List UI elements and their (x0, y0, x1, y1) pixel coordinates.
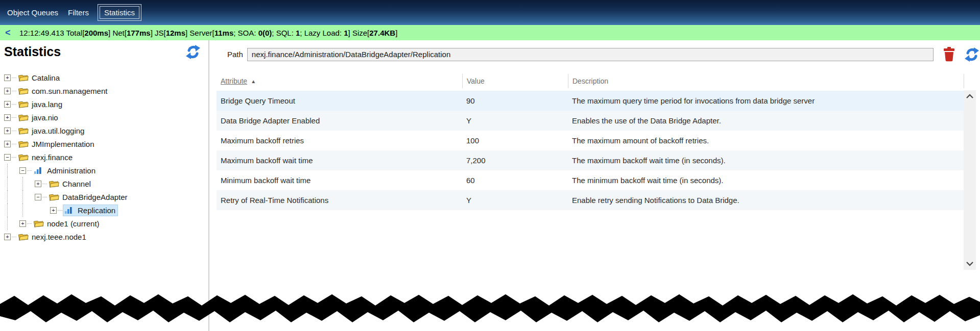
expand-icon[interactable]: + (4, 141, 11, 147)
tree-item-databridgeadapter[interactable]: −DataBridgeAdapter (0, 190, 208, 203)
tree-entry[interactable]: java.nio (17, 112, 60, 123)
expand-icon[interactable]: + (4, 74, 11, 81)
tree-entry[interactable]: com.sun.management (17, 86, 109, 96)
description-cell: Enable retry sending Notifications to Da… (568, 196, 964, 205)
expand-icon[interactable]: + (19, 220, 26, 227)
request-timing-text: 12:12:49.413 Total[200ms] Net[177ms] JS[… (19, 29, 397, 37)
tree-connector (42, 197, 47, 197)
column-header-description[interactable]: Description (568, 74, 964, 88)
value-cell: 100 (462, 136, 568, 145)
tab-filters[interactable]: Filters (67, 4, 90, 21)
table-row[interactable]: Bridge Query Timeout90The maximum query … (217, 91, 964, 111)
status-segment: 200ms (84, 29, 108, 37)
tree-selection[interactable]: Replication (63, 205, 117, 216)
bar-chart-icon (34, 166, 44, 174)
tree-connector (58, 210, 62, 211)
value-cell: 7,200 (462, 156, 568, 165)
table-row[interactable]: Data Bridge Adapter EnabledYEnables the … (217, 111, 964, 131)
tree-item-nexj-finance[interactable]: −nexj.finance (0, 150, 208, 164)
tree-entry[interactable]: Administration (33, 165, 98, 176)
tab-statistics[interactable]: Statistics (98, 4, 141, 21)
table-row[interactable]: Maximum backoff wait time7,200The maximu… (217, 150, 964, 170)
collapse-icon[interactable]: − (35, 194, 41, 200)
tree-item-catalina[interactable]: +Catalina (0, 71, 208, 84)
tree-entry[interactable]: node1 (current) (33, 218, 102, 229)
path-input[interactable] (247, 48, 934, 61)
application-window: Object QueuesFiltersStatistics < 12:12:4… (0, 0, 980, 331)
expand-icon[interactable]: + (4, 234, 11, 240)
expand-icon[interactable]: + (4, 114, 11, 121)
status-segment: 11ms (214, 29, 234, 37)
vertical-scrollbar[interactable] (964, 90, 976, 270)
attribute-cell: Minimum backoff wait time (217, 176, 462, 185)
tree-item-nexj-teee-node1[interactable]: +nexj.teee.node1 (0, 230, 208, 243)
statistics-tree: +Catalina+com.sun.management+java.lang+j… (0, 71, 208, 243)
tree-entry[interactable]: nexj.finance (17, 152, 75, 163)
tree-entry[interactable]: JMImplementation (17, 139, 97, 149)
tree-item-java-util-logging[interactable]: +java.util.logging (0, 124, 208, 137)
collapse-icon[interactable]: − (19, 167, 26, 174)
tree-entry[interactable]: Catalina (17, 72, 62, 83)
main-area: Statistics +Catalina+com.sun.management+… (0, 40, 980, 331)
back-arrow-icon[interactable]: < (5, 28, 15, 38)
collapse-icon[interactable]: − (4, 154, 11, 161)
tree-item-label: DataBridgeAdapter (62, 193, 128, 201)
path-label: Path (227, 50, 243, 59)
tree-connector (12, 131, 16, 131)
folder-icon (18, 100, 29, 108)
refresh-icon[interactable] (185, 44, 201, 60)
tree-entry[interactable]: nexj.teee.node1 (17, 232, 88, 242)
expand-icon[interactable]: + (4, 101, 11, 108)
tree-connector (27, 170, 32, 171)
table-row[interactable]: Maximum backoff retries100The maximum am… (217, 131, 964, 150)
tree-item-java-nio[interactable]: +java.nio (0, 111, 208, 124)
tree-item-channel[interactable]: +Channel (0, 177, 208, 190)
tree-connector (12, 117, 16, 118)
tree-item-java-lang[interactable]: +java.lang (0, 97, 208, 111)
folder-icon (49, 193, 59, 201)
tree-item-jmimplementation[interactable]: +JMImplementation (0, 137, 208, 150)
status-segment: 177ms (127, 29, 151, 37)
table-row[interactable]: Retry of Real-Time NotificationsYEnable … (217, 190, 964, 210)
tree-connector (12, 237, 16, 237)
status-segment: ] Size[ (348, 29, 370, 37)
chevron-down-icon[interactable] (966, 261, 974, 266)
expand-icon[interactable]: + (4, 88, 11, 94)
expand-icon[interactable]: + (4, 128, 11, 134)
tree-item-label: Administration (47, 166, 95, 175)
sidebar-title: Statistics (4, 43, 208, 60)
chevron-up-icon[interactable] (966, 94, 974, 99)
description-cell: The maximum backoff wait time (in second… (568, 156, 964, 165)
tree-entry[interactable]: DataBridgeAdapter (48, 192, 130, 202)
tree-entry[interactable]: java.lang (17, 99, 64, 110)
tree-entry[interactable]: java.util.logging (17, 125, 86, 136)
expand-icon[interactable]: + (50, 207, 57, 214)
tree-item-com-sun-management[interactable]: +com.sun.management (0, 84, 208, 97)
tree-indent-guide (19, 203, 35, 217)
tree-entry[interactable]: Channel (48, 179, 93, 189)
tree-item-node1-current[interactable]: +node1 (current) (0, 217, 208, 230)
path-bar: Path (209, 40, 980, 64)
status-segment: 1 (344, 29, 348, 37)
top-tab-bar: Object QueuesFiltersStatistics (0, 0, 980, 25)
request-status-bar: < 12:12:49.413 Total[200ms] Net[177ms] J… (0, 25, 980, 40)
tree-indent-guide (4, 177, 19, 190)
description-cell: The minimum backoff wait time (in second… (568, 176, 964, 185)
trash-icon[interactable] (942, 46, 956, 62)
folder-icon (34, 219, 44, 227)
tab-object-queues[interactable]: Object Queues (6, 4, 59, 21)
column-header-attribute[interactable]: Attribute▲ (217, 74, 462, 88)
tree-connector (12, 104, 16, 105)
tree-item-replication[interactable]: +Replication (0, 203, 208, 217)
table-row[interactable]: Minimum backoff wait time60The minimum b… (217, 170, 964, 190)
tree-indent-guide (4, 190, 19, 203)
status-segment: ] (395, 29, 397, 37)
tree-item-label: Replication (78, 206, 115, 215)
folder-icon (18, 126, 29, 135)
expand-icon[interactable]: + (35, 181, 41, 187)
refresh-icon[interactable] (964, 46, 980, 63)
tree-item-administration[interactable]: −Administration (0, 164, 208, 177)
tree-indent-guide (19, 190, 35, 203)
attribute-cell: Maximum backoff retries (217, 136, 462, 145)
column-header-value[interactable]: Value (462, 74, 568, 88)
